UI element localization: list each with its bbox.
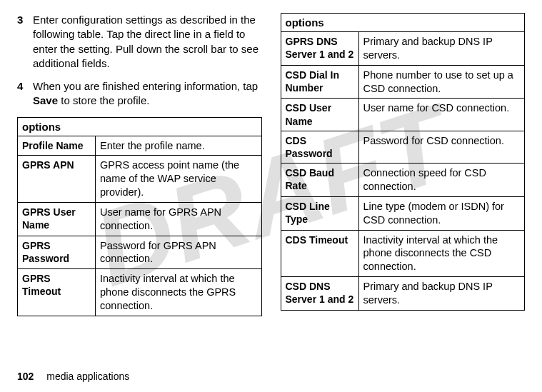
option-desc: Phone number to use to set up a CSD conn… (358, 65, 525, 99)
step-3: 3 Enter configuration settings as descri… (17, 13, 262, 71)
option-desc: Enter the profile name. (96, 136, 262, 156)
option-key: GPRS APN (18, 156, 96, 203)
table-row: CSD DNS Server 1 and 2Primary and backup… (281, 277, 525, 311)
table-row: CSD Line TypeLine type (modem or ISDN) f… (281, 196, 525, 230)
option-key: CSD User Name (281, 99, 358, 131)
table-row: CDS TimeoutInactivity interval at which … (281, 230, 525, 277)
step-4-text: When you are finished entering informati… (33, 79, 262, 109)
table-row: CSD User NameUser name for CSD connectio… (281, 99, 525, 131)
option-desc: Connection speed for CSD connection. (358, 164, 525, 197)
option-desc: Line type (modem or ISDN) for CSD connec… (358, 196, 525, 230)
table-row: GPRS TimeoutInactivity interval at which… (18, 269, 262, 316)
option-key: CSD Line Type (281, 196, 358, 230)
left-table-header: options (18, 117, 262, 136)
step-4: 4 When you are finished entering informa… (17, 79, 262, 109)
option-key: CSD Baud Rate (281, 164, 358, 197)
left-column: 3 Enter configuration settings as descri… (17, 13, 262, 356)
step-4-number: 4 (17, 79, 27, 109)
right-table-header: options (281, 14, 525, 32)
option-key: GPRS Password (18, 236, 96, 269)
option-key: CSD DNS Server 1 and 2 (281, 277, 358, 311)
section-title: media applications (46, 371, 129, 382)
page-number: 102 (17, 371, 34, 382)
table-row: GPRS User NameUser name for GPRS APN con… (18, 202, 262, 236)
option-desc: User name for GPRS APN connection. (96, 202, 262, 236)
option-desc: Password for CSD connection. (358, 131, 525, 163)
option-key: GPRS DNS Server 1 and 2 (281, 32, 358, 66)
table-row: GPRS APNGPRS access point name (the name… (18, 156, 262, 203)
two-column-layout: 3 Enter configuration settings as descri… (17, 13, 525, 356)
step-4-text-b: to store the profile. (58, 94, 149, 106)
option-desc: Inactivity interval at which the phone d… (96, 269, 262, 316)
right-options-table: options GPRS DNS Server 1 and 2Primary a… (281, 13, 526, 311)
option-desc: Password for GPRS APN connection. (96, 236, 262, 269)
option-desc: Inactivity interval at which the phone d… (358, 230, 525, 277)
option-key: CDS Timeout (281, 230, 358, 277)
option-key: Profile Name (18, 136, 96, 156)
table-row: CSD Dial In NumberPhone number to use to… (281, 65, 525, 99)
option-desc: Primary and backup DNS IP servers. (358, 277, 525, 311)
option-desc: GPRS access point name (the name of the … (96, 156, 262, 203)
left-options-table: options Profile NameEnter the profile na… (17, 117, 262, 316)
table-row: GPRS DNS Server 1 and 2Primary and backu… (281, 32, 525, 66)
step-3-number: 3 (17, 13, 27, 71)
table-row: CDS PasswordPassword for CSD connection. (281, 131, 525, 163)
option-desc: Primary and backup DNS IP servers. (358, 32, 525, 66)
option-key: CDS Password (281, 131, 358, 163)
option-key: GPRS User Name (18, 202, 96, 236)
save-keyword: Save (33, 94, 58, 106)
table-row: Profile NameEnter the profile name. (18, 136, 262, 156)
step-4-text-a: When you are finished entering informati… (33, 80, 258, 92)
step-3-text: Enter configuration settings as describe… (33, 13, 262, 71)
page-footer: 102 media applications (17, 371, 129, 382)
option-key: GPRS Timeout (18, 269, 96, 316)
option-desc: User name for CSD connection. (358, 99, 525, 131)
right-column: options GPRS DNS Server 1 and 2Primary a… (281, 13, 526, 356)
option-key: CSD Dial In Number (281, 65, 358, 99)
table-row: GPRS PasswordPassword for GPRS APN conne… (18, 236, 262, 269)
table-row: CSD Baud RateConnection speed for CSD co… (281, 164, 525, 197)
